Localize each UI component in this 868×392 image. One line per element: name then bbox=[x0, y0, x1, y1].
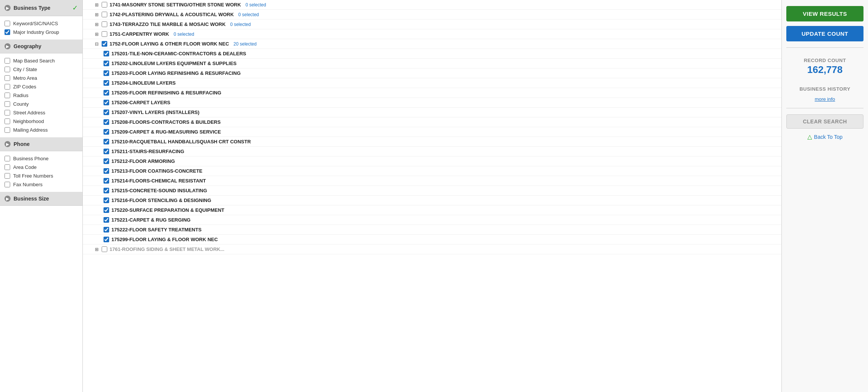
neighborhood-checkbox[interactable] bbox=[5, 119, 10, 124]
more-info-link[interactable]: more info bbox=[815, 96, 835, 102]
checkbox-175202[interactable] bbox=[104, 61, 109, 66]
neighborhood-label[interactable]: Neighborhood bbox=[13, 119, 44, 124]
checkbox-175212[interactable] bbox=[104, 158, 109, 164]
sidebar-item-major-industry-group[interactable]: Major Industry Group bbox=[5, 28, 78, 36]
business-phone-checkbox[interactable] bbox=[5, 156, 10, 161]
major-industry-group-label[interactable]: Major Industry Group bbox=[13, 29, 59, 35]
tree-item-175299[interactable]: 175299-FLOOR LAYING & FLOOR WORK NEC bbox=[83, 235, 781, 245]
tree-item-175201[interactable]: 175201-TILE-NON-CERAMIC-CONTRACTORS & DE… bbox=[83, 49, 781, 59]
sidebar-item-county[interactable]: County bbox=[5, 100, 78, 108]
map-based-search-label[interactable]: Map Based Search bbox=[13, 58, 55, 64]
view-results-button[interactable]: VIEW RESULTS bbox=[786, 6, 863, 21]
checkbox-175206[interactable] bbox=[104, 100, 109, 105]
tree-item-175209[interactable]: 175209-CARPET & RUG-MEASURING SERVICE bbox=[83, 127, 781, 137]
tree-item-175214[interactable]: 175214-FLOORS-CHEMICAL RESISTANT bbox=[83, 176, 781, 186]
street-address-label[interactable]: Street Address bbox=[13, 110, 45, 115]
sidebar-item-fax[interactable]: Fax Numbers bbox=[5, 180, 78, 189]
sidebar-item-mailing-address[interactable]: Mailing Address bbox=[5, 126, 78, 134]
clear-search-button[interactable]: CLEAR SEARCH bbox=[786, 114, 863, 129]
city-state-checkbox[interactable] bbox=[5, 67, 10, 72]
map-based-search-checkbox[interactable] bbox=[5, 58, 10, 64]
tree-item-175212[interactable]: 175212-FLOOR ARMORING bbox=[83, 156, 781, 166]
sidebar-item-metro-area[interactable]: Metro Area bbox=[5, 74, 78, 82]
sidebar-item-zip-codes[interactable]: ZIP Codes bbox=[5, 82, 78, 91]
keyword-sic-naics-checkbox[interactable] bbox=[5, 21, 10, 26]
tree-item-175215[interactable]: 175215-CONCRETE-SOUND INSULATING bbox=[83, 186, 781, 196]
tree-item-175203[interactable]: 175203-FLOOR LAYING REFINISHING & RESURF… bbox=[83, 68, 781, 78]
expand-icon-1743[interactable]: ⊞ bbox=[94, 22, 99, 27]
checkbox-175201[interactable] bbox=[104, 51, 109, 56]
toll-free-label[interactable]: Toll Free Numbers bbox=[13, 173, 53, 179]
checkbox-1741[interactable] bbox=[102, 2, 107, 8]
checkbox-175203[interactable] bbox=[104, 70, 109, 76]
tree-item-175206[interactable]: 175206-CARPET LAYERS bbox=[83, 98, 781, 108]
sidebar-item-neighborhood[interactable]: Neighborhood bbox=[5, 117, 78, 126]
sidebar-item-city-state[interactable]: City / State bbox=[5, 65, 78, 74]
sidebar-item-map-based-search[interactable]: Map Based Search bbox=[5, 56, 78, 65]
checkbox-175216[interactable] bbox=[104, 198, 109, 203]
area-code-label[interactable]: Area Code bbox=[13, 164, 37, 170]
sidebar-item-toll-free[interactable]: Toll Free Numbers bbox=[5, 172, 78, 180]
tree-item-175221[interactable]: 175221-CARPET & RUG SERGING bbox=[83, 215, 781, 225]
zip-codes-label[interactable]: ZIP Codes bbox=[13, 84, 36, 90]
checkbox-next[interactable] bbox=[102, 246, 107, 252]
checkbox-175221[interactable] bbox=[104, 217, 109, 223]
checkbox-1743[interactable] bbox=[102, 21, 107, 27]
county-label[interactable]: County bbox=[13, 101, 29, 107]
city-state-label[interactable]: City / State bbox=[13, 67, 37, 72]
checkbox-175214[interactable] bbox=[104, 178, 109, 184]
back-to-top-link[interactable]: △ Back To Top bbox=[807, 133, 843, 140]
expand-icon-next[interactable]: ⊞ bbox=[94, 247, 99, 252]
tree-item-175213[interactable]: 175213-FLOOR COATINGS-CONCRETE bbox=[83, 166, 781, 176]
sidebar-section-phone[interactable]: ▶ Phone bbox=[0, 137, 82, 151]
county-checkbox[interactable] bbox=[5, 101, 10, 107]
tree-item-175205[interactable]: 175205-FLOOR REFINISHING & RESURFACING bbox=[83, 88, 781, 98]
tree-item-175207[interactable]: 175207-VINYL LAYERS (INSTALLERS) bbox=[83, 108, 781, 117]
tree-item-1742[interactable]: ⊞ 1742-PLASTERING DRYWALL & ACOUSTICAL W… bbox=[83, 10, 781, 20]
tree-item-1751[interactable]: ⊞ 1751-CARPENTRY WORK 0 selected bbox=[83, 29, 781, 39]
tree-item-175210[interactable]: 175210-RACQUETBALL HANDBALL/SQUASH CRT C… bbox=[83, 137, 781, 147]
expand-icon-1751[interactable]: ⊞ bbox=[94, 32, 99, 37]
checkbox-175299[interactable] bbox=[104, 237, 109, 242]
sidebar-item-area-code[interactable]: Area Code bbox=[5, 163, 78, 172]
metro-area-label[interactable]: Metro Area bbox=[13, 75, 37, 81]
major-industry-group-checkbox[interactable] bbox=[5, 29, 10, 35]
mailing-address-label[interactable]: Mailing Address bbox=[13, 127, 48, 133]
tree-item-175220[interactable]: 175220-SURFACE PREPARATION & EQUIPMENT bbox=[83, 205, 781, 215]
sidebar-item-radius[interactable]: Radius bbox=[5, 91, 78, 100]
checkbox-1752[interactable] bbox=[102, 41, 107, 47]
tree-item-1743[interactable]: ⊞ 1743-TERRAZZO TILE MARBLE & MOSAIC WOR… bbox=[83, 20, 781, 29]
checkbox-175211[interactable] bbox=[104, 149, 109, 154]
checkbox-175220[interactable] bbox=[104, 207, 109, 213]
area-code-checkbox[interactable] bbox=[5, 164, 10, 170]
radius-label[interactable]: Radius bbox=[13, 93, 28, 98]
checkbox-175204[interactable] bbox=[104, 80, 109, 86]
checkbox-175210[interactable] bbox=[104, 139, 109, 144]
tree-item-1741[interactable]: ⊞ 1741-MASONRY STONE SETTING/OTHER STONE… bbox=[83, 0, 781, 10]
metro-area-checkbox[interactable] bbox=[5, 75, 10, 81]
expand-icon-1741[interactable]: ⊞ bbox=[94, 2, 99, 8]
tree-item-175222[interactable]: 175222-FLOOR SAFETY TREATMENTS bbox=[83, 225, 781, 235]
checkbox-175208[interactable] bbox=[104, 119, 109, 125]
tree-item-175202[interactable]: 175202-LINOLEUM LAYERS EQUIPMENT & SUPPL… bbox=[83, 59, 781, 68]
mailing-address-checkbox[interactable] bbox=[5, 127, 10, 133]
zip-codes-checkbox[interactable] bbox=[5, 84, 10, 90]
keyword-sic-naics-label[interactable]: Keyword/SIC/NAICS bbox=[13, 21, 58, 26]
sidebar-item-keyword-sic-naics[interactable]: Keyword/SIC/NAICS bbox=[5, 19, 78, 28]
checkbox-175213[interactable] bbox=[104, 168, 109, 174]
checkbox-1742[interactable] bbox=[102, 12, 107, 17]
expand-icon-1752[interactable]: ⊟ bbox=[94, 41, 99, 47]
checkbox-1751[interactable] bbox=[102, 31, 107, 37]
tree-item-175204[interactable]: 175204-LINOLEUM LAYERS bbox=[83, 78, 781, 88]
tree-item-175208[interactable]: 175208-FLOORS-CONTRACTORS & BUILDERS bbox=[83, 117, 781, 127]
expand-icon-1742[interactable]: ⊞ bbox=[94, 12, 99, 17]
tree-item-1752[interactable]: ⊟ 1752-FLOOR LAYING & OTHER FLOOR WORK N… bbox=[83, 39, 781, 49]
checkbox-175222[interactable] bbox=[104, 227, 109, 232]
toll-free-checkbox[interactable] bbox=[5, 173, 10, 179]
sidebar-section-business-type[interactable]: ▶ Business Type ✓ bbox=[0, 0, 82, 16]
sidebar-section-geography[interactable]: ▶ Geography bbox=[0, 40, 82, 53]
checkbox-175207[interactable] bbox=[104, 109, 109, 115]
update-count-button[interactable]: UPDATE COUNT bbox=[786, 26, 863, 41]
sidebar-item-street-address[interactable]: Street Address bbox=[5, 108, 78, 117]
sidebar-item-business-phone[interactable]: Business Phone bbox=[5, 154, 78, 163]
